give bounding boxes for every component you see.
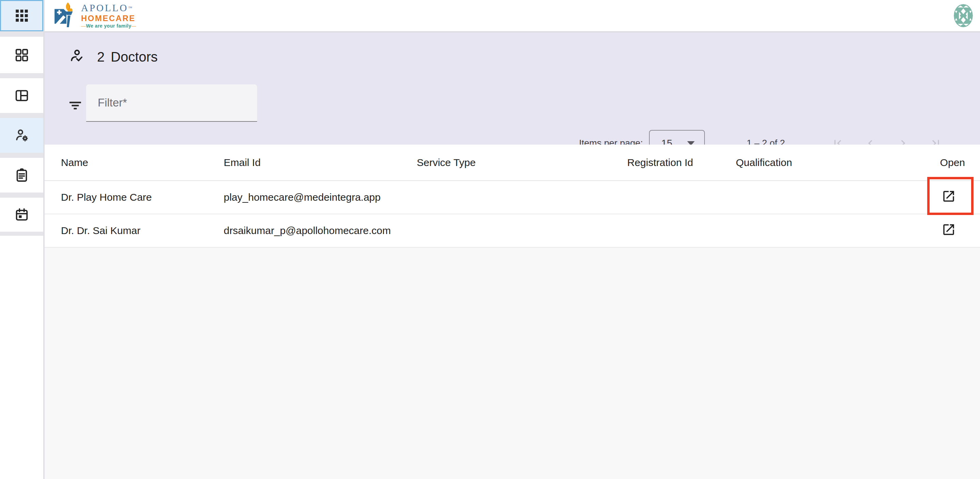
sidebar-divider: [0, 153, 43, 158]
sidebar-divider: [0, 193, 43, 198]
page-heading: 2 Doctors: [68, 43, 158, 70]
calendar-icon: [14, 207, 30, 222]
open-in-new-icon: [942, 222, 956, 239]
apps-grid-icon: [15, 9, 28, 22]
sidebar-item-manage-doctors[interactable]: [0, 118, 43, 153]
column-header-name: Name: [61, 157, 224, 168]
column-header-email: Email Id: [224, 157, 417, 168]
sidebar-item-schedule[interactable]: [0, 198, 43, 232]
trademark-symbol: ™: [128, 5, 132, 10]
toolbar-panel: 2 Doctors Items per page: 15 1 – 2 of 2: [45, 32, 980, 144]
cell-email: drsaikumar_p@apollohomecare.com: [224, 225, 417, 236]
brand-name: APOLLO™: [81, 3, 136, 13]
cell-email: play_homecare@medeintegra.app: [224, 192, 417, 203]
sidebar-item-records[interactable]: [0, 158, 43, 193]
table-row: Dr. Play Home Care play_homecare@medeint…: [45, 181, 980, 214]
table-header-row: Name Email Id Service Type Registration …: [45, 144, 980, 181]
page-title: Doctors: [111, 49, 158, 65]
dashboard-grid-icon: [14, 47, 30, 63]
top-bar: APOLLO™ HOMECARE —We are your family—: [45, 0, 980, 32]
brand-tagline: —We are your family—: [81, 24, 136, 29]
app-root: APOLLO™ HOMECARE —We are your family—: [0, 0, 980, 479]
sidebar-divider: [0, 113, 43, 118]
doctors-count: 2: [97, 49, 105, 65]
sidebar-divider: [0, 232, 43, 236]
brand-logo: APOLLO™ HOMECARE —We are your family—: [54, 2, 136, 29]
brand-logo-mark-icon: [54, 2, 76, 29]
open-doctor-button[interactable]: [941, 223, 956, 238]
column-header-qualification: Qualification: [736, 157, 934, 168]
sidebar-divider: [0, 31, 43, 37]
sidebar-divider: [0, 73, 43, 78]
sidebar-item-layout[interactable]: [0, 78, 43, 113]
cell-name: Dr. Dr. Sai Kumar: [61, 225, 224, 236]
clipboard-icon: [14, 167, 30, 183]
sidebar-item-dashboard[interactable]: [0, 37, 43, 73]
cell-name: Dr. Play Home Care: [61, 192, 224, 203]
layout-panels-icon: [14, 88, 30, 103]
open-doctor-button[interactable]: [941, 190, 956, 205]
avatar[interactable]: [954, 4, 973, 27]
column-header-service-type: Service Type: [417, 157, 627, 168]
column-header-registration-id: Registration Id: [627, 157, 736, 168]
doctor-verified-icon: [68, 48, 85, 66]
filter-input[interactable]: [86, 84, 257, 122]
sidebar-item-menu-toggle[interactable]: [0, 0, 43, 31]
brand-subname: HOMECARE: [81, 14, 136, 22]
filter-icon: [67, 95, 84, 115]
table-row: Dr. Dr. Sai Kumar drsaikumar_p@apollohom…: [45, 214, 980, 247]
doctors-table: Name Email Id Service Type Registration …: [45, 144, 980, 247]
column-header-open: Open: [934, 157, 965, 168]
manage-accounts-icon: [14, 128, 30, 143]
open-in-new-icon: [942, 189, 956, 206]
sidebar: [0, 0, 45, 479]
